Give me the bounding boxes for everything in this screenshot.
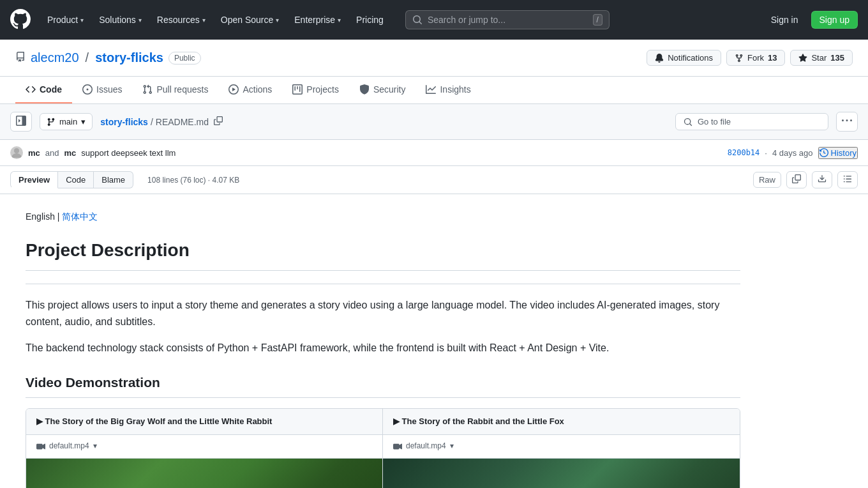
fork-button[interactable]: Fork 13	[726, 50, 785, 66]
repo-actions: Notifications Fork 13 Star 135	[647, 50, 853, 66]
tab-projects[interactable]: Projects	[282, 77, 349, 103]
download-button[interactable]	[812, 171, 832, 188]
copy-path-button[interactable]	[211, 114, 225, 130]
nav-product[interactable]: Product ▾	[41, 11, 90, 29]
commit-info-right: 8200b14 · 4 days ago History	[728, 147, 858, 159]
tab-code[interactable]: Code	[15, 77, 72, 103]
chevron-down-icon: ▾	[202, 17, 206, 24]
star-icon	[798, 54, 807, 63]
header-right-actions: Sign in Sign up	[763, 11, 858, 29]
ellipsis-icon	[842, 116, 852, 126]
sign-up-button[interactable]: Sign up	[811, 11, 858, 29]
branch-icon	[47, 118, 56, 126]
readme-p2: The backend technology stack consists of…	[26, 340, 740, 356]
readme-h2: Video Demonstration	[26, 372, 740, 398]
copy-raw-button[interactable]	[786, 171, 807, 188]
repo-tabs: Code Issues Pull requests Actions	[0, 77, 868, 104]
video-grid: ▶ The Story of the Big Gray Wolf and the…	[26, 408, 740, 488]
repo-header: alecm20 / story-flicks Public Notificati…	[0, 40, 868, 77]
commit-hash-link[interactable]: 8200b14	[728, 148, 760, 157]
nav-resources[interactable]: Resources ▾	[151, 11, 212, 29]
file-stats: 108 lines (76 loc) · 4.07 KB	[141, 172, 246, 188]
code-tab[interactable]: Code	[58, 171, 94, 188]
commit-info-bar: mc and mc support deepseek text llm 8200…	[0, 140, 868, 166]
copy-icon	[792, 174, 801, 183]
notifications-button[interactable]: Notifications	[647, 50, 721, 66]
nav-open-source[interactable]: Open Source ▾	[214, 11, 286, 29]
nav-enterprise[interactable]: Enterprise ▾	[288, 11, 347, 29]
file-header: main ▾ story-flicks / README.md Go to fi…	[0, 104, 868, 140]
repo-name-link[interactable]: story-flicks	[95, 50, 163, 65]
go-to-file-button[interactable]: Go to file	[675, 113, 828, 130]
repo-title: alecm20 / story-flicks Public	[15, 50, 201, 65]
sidebar-icon	[16, 116, 26, 126]
tab-actions[interactable]: Actions	[218, 77, 282, 103]
breadcrumb: story-flicks / README.md	[100, 114, 668, 130]
history-button[interactable]: History	[818, 147, 858, 159]
issue-icon	[82, 84, 93, 95]
tab-pull-requests[interactable]: Pull requests	[132, 77, 218, 103]
chevron-down-icon: ▾	[450, 440, 454, 452]
nav-pricing[interactable]: Pricing	[350, 11, 390, 29]
video-thumb-1	[26, 459, 382, 488]
chevron-down-icon: ▾	[81, 117, 86, 126]
video-title-2: ▶ The Story of the Rabbit and the Little…	[383, 409, 740, 436]
nav-solutions[interactable]: Solutions ▾	[93, 11, 148, 29]
readme-content: English | 简体中文 Project Description This …	[0, 194, 766, 488]
chinese-link[interactable]: 简体中文	[62, 211, 98, 222]
site-header: Product ▾ Solutions ▾ Resources ▾ Open S…	[0, 0, 868, 40]
preview-tab[interactable]: Preview	[10, 171, 58, 188]
video-selector-2[interactable]: default.mp4 ▾	[383, 435, 740, 458]
readme-h1: Project Description	[26, 236, 740, 271]
list-icon	[843, 174, 852, 183]
sign-in-button[interactable]: Sign in	[763, 11, 806, 29]
fork-icon	[735, 54, 744, 63]
repo-owner-link[interactable]: alecm20	[31, 50, 79, 65]
projects-icon	[292, 84, 303, 95]
star-button[interactable]: Star 135	[790, 50, 853, 66]
search-icon	[412, 15, 423, 25]
tab-security[interactable]: Security	[349, 77, 416, 103]
chevron-down-icon: ▾	[80, 17, 84, 24]
header-search[interactable]: Search or jump to... /	[405, 10, 610, 29]
raw-button[interactable]: Raw	[753, 172, 781, 188]
history-icon	[819, 148, 828, 157]
sidebar-toggle-button[interactable]	[10, 112, 32, 132]
bell-icon	[655, 54, 664, 63]
commit-time: ·	[765, 148, 767, 158]
search-box[interactable]: Search or jump to... /	[405, 10, 610, 29]
shield-icon	[359, 84, 370, 95]
chevron-down-icon: ▾	[276, 17, 279, 24]
list-view-button[interactable]	[837, 171, 858, 188]
avatar	[10, 146, 23, 159]
file-actions: Raw	[753, 171, 858, 188]
video-icon	[36, 442, 45, 451]
graph-icon	[426, 84, 436, 95]
download-icon	[818, 174, 827, 183]
visibility-badge: Public	[168, 52, 201, 65]
repo-icon	[15, 50, 26, 65]
video-icon	[393, 442, 402, 451]
branch-selector[interactable]: main ▾	[40, 113, 93, 130]
search-icon	[684, 118, 692, 126]
copy-icon	[214, 116, 223, 125]
commit-time-text: 4 days ago	[772, 148, 813, 158]
video-cell-2: ▶ The Story of the Rabbit and the Little…	[383, 409, 740, 488]
code-icon	[26, 84, 36, 95]
commit-info-left: mc and mc support deepseek text llm	[10, 146, 176, 159]
more-options-button[interactable]	[836, 112, 858, 132]
github-logo[interactable]	[10, 9, 31, 31]
tab-issues[interactable]: Issues	[72, 77, 132, 103]
breadcrumb-repo-link[interactable]: story-flicks	[100, 117, 148, 127]
svg-point-0	[14, 148, 19, 153]
video-selector-1[interactable]: default.mp4 ▾	[26, 435, 382, 458]
readme-p1: This project allows users to input a sto…	[26, 297, 740, 330]
chevron-down-icon: ▾	[338, 17, 341, 24]
breadcrumb-file: README.md	[156, 117, 209, 127]
main-nav: Product ▾ Solutions ▾ Resources ▾ Open S…	[41, 11, 390, 29]
blame-tab[interactable]: Blame	[94, 171, 133, 188]
chevron-down-icon: ▾	[93, 440, 97, 452]
readme-lang: English | 简体中文	[26, 210, 740, 224]
tab-insights[interactable]: Insights	[415, 77, 481, 103]
readme-divider	[26, 284, 740, 284]
